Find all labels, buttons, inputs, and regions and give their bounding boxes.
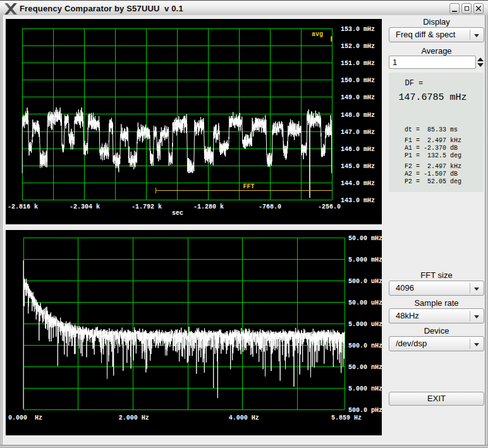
svg-text:5.859 Hz: 5.859 Hz [331, 415, 362, 421]
svg-text:-2.816 k: -2.816 k [8, 203, 38, 210]
svg-text:5.000 mHz: 5.000 mHz [348, 257, 382, 263]
svg-text:146.0 mHz: 146.0 mHz [341, 146, 375, 153]
svg-text:50.00 mHz: 50.00 mHz [348, 235, 382, 242]
svg-text:500.0 nHz: 500.0 nHz [348, 342, 382, 349]
svg-text:FFT: FFT [243, 183, 255, 190]
svg-text:500.0 uHz: 500.0 uHz [348, 278, 382, 285]
svg-text:145.0 mHz: 145.0 mHz [341, 163, 375, 170]
svg-text:500.0 pHz: 500.0 pHz [348, 407, 382, 414]
svg-text:5.000 uHz: 5.000 uHz [348, 321, 382, 328]
svg-text:Hz: Hz [35, 415, 42, 421]
svg-text:-2.304 k: -2.304 k [70, 203, 100, 210]
svg-text:4.000 Hz: 4.000 Hz [229, 415, 259, 421]
svg-text:avg: avg [312, 31, 323, 38]
svg-text:151.0 mHz: 151.0 mHz [341, 60, 375, 67]
svg-text:-1.792 k: -1.792 k [131, 203, 162, 210]
svg-text:149.0 mHz: 149.0 mHz [341, 94, 375, 101]
svg-text:147.0 mHz: 147.0 mHz [341, 129, 375, 136]
svg-text:-1.280 k: -1.280 k [193, 203, 224, 210]
svg-text:sec: sec [172, 210, 183, 217]
svg-text:50.00 uHz: 50.00 uHz [348, 300, 382, 306]
svg-text:-256.0: -256.0 [318, 203, 341, 210]
svg-text:2.000 Hz: 2.000 Hz [119, 415, 149, 421]
svg-text:-768.0: -768.0 [259, 203, 281, 210]
svg-text:5.000 nHz: 5.000 nHz [348, 385, 382, 392]
svg-text:148.0 mHz: 148.0 mHz [341, 112, 375, 119]
svg-text:152.0 mHz: 152.0 mHz [341, 43, 375, 50]
svg-text:150.0 mHz: 150.0 mHz [341, 77, 375, 84]
svg-text:143.0 mHz: 143.0 mHz [341, 197, 375, 204]
svg-text:0.000: 0.000 [8, 415, 27, 421]
svg-text:153.0 mHz: 153.0 mHz [341, 26, 375, 33]
svg-text:50.00 nHz: 50.00 nHz [348, 364, 382, 371]
svg-text:144.0 mHz: 144.0 mHz [341, 180, 375, 187]
